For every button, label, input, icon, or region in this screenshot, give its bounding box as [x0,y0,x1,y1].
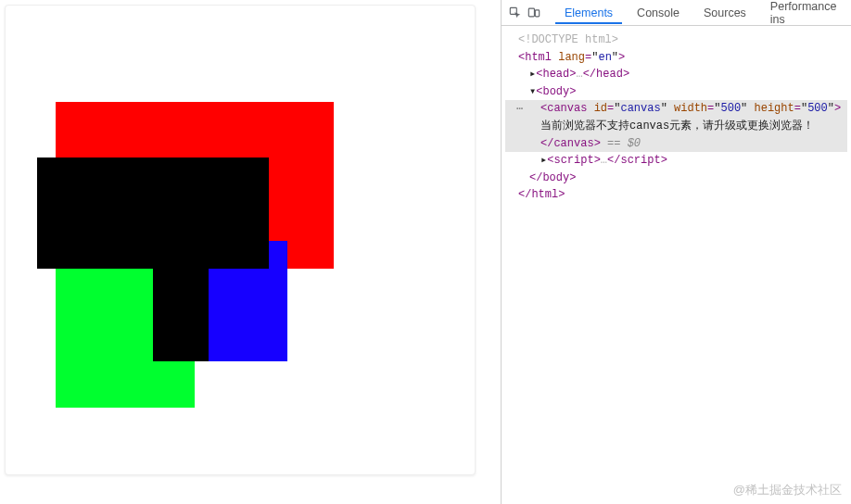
svg-rect-1 [528,8,534,17]
device-toolbar-icon[interactable] [527,6,540,20]
selected-canvas-node[interactable]: ⋯ <canvas id="canvas" width="500" height… [505,100,847,152]
tab-elements[interactable]: Elements [555,1,622,24]
script-node[interactable]: ▸<script>…</script> [505,152,847,170]
svg-rect-2 [535,9,539,16]
rendered-preview-pane [5,5,476,475]
body-close-tag[interactable]: </body> [505,170,847,187]
devtools-panel: Elements Console Sources Performance ins… [501,0,851,504]
html-close-tag[interactable]: </html> [505,186,847,204]
tab-sources[interactable]: Sources [694,1,756,24]
canvas-element [9,9,473,472]
selected-node-marker: == $0 [601,137,641,150]
tab-console[interactable]: Console [628,1,689,24]
node-actions-icon[interactable]: ⋯ [516,101,523,119]
elements-dom-tree[interactable]: <!DOCTYPE html> <html lang="en"> ▸<head>… [502,26,851,209]
devtools-toolbar: Elements Console Sources Performance ins [502,0,851,26]
html-open-tag[interactable]: <html lang="en"> [505,49,847,67]
inspect-element-icon[interactable] [509,6,522,20]
canvas-shape [153,222,209,361]
doctype-node[interactable]: <!DOCTYPE html> [505,32,847,49]
body-open-tag[interactable]: ▾<body> [505,83,847,101]
head-node[interactable]: ▸<head>…</head> [505,66,847,83]
watermark: @稀土掘金技术社区 [733,482,842,498]
canvas-fallback-text: 当前浏览器不支持canvas元素，请升级或更换浏览器！ [540,120,814,132]
